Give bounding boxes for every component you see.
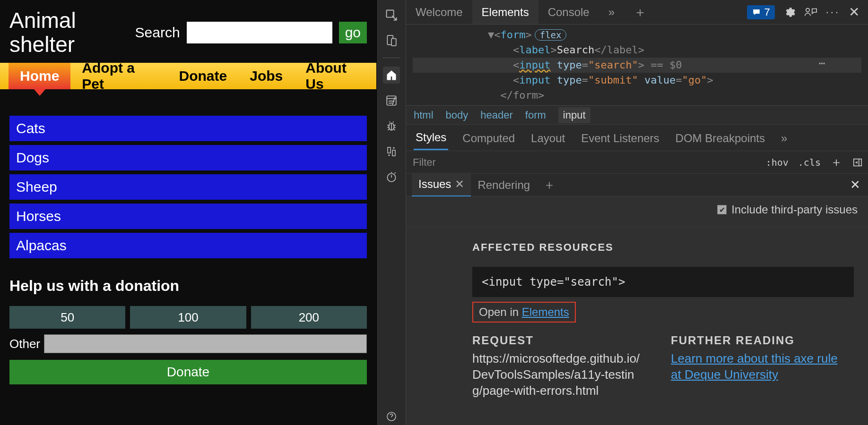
close-devtools-icon[interactable]: ✕ (849, 4, 859, 20)
donation-heading: Help us with a donation (9, 277, 367, 295)
list-item[interactable]: Horses (9, 204, 367, 229)
dom-breadcrumbs: html body header form input (406, 106, 868, 125)
device-toggle-icon[interactable] (383, 32, 400, 49)
elements-tool-icon[interactable] (383, 67, 400, 84)
devtools: Welcome Elements Console » ＋ 7 ··· ✕ (376, 0, 868, 425)
main-nav: Home Adopt a Pet Donate Jobs About Us (0, 63, 376, 89)
computed-panel-toggle-icon[interactable] (847, 157, 868, 168)
performance-icon[interactable] (383, 169, 400, 186)
tab-console[interactable]: Console (538, 0, 599, 24)
include-third-party-label: Include third-party issues (731, 203, 858, 216)
dom-tree[interactable]: ▼<form>flex <label>Search</label> … <inp… (406, 25, 868, 106)
list-item[interactable]: Sheep (9, 174, 367, 200)
styles-filter-row: :hov .cls ＋ (406, 151, 868, 174)
tab-layout[interactable]: Layout (529, 126, 567, 150)
crumb-header[interactable]: header (480, 109, 513, 121)
amount-200-button[interactable]: 200 (251, 306, 367, 329)
webpage-preview: Animal shelter Search go Home Adopt a Pe… (0, 0, 376, 425)
donation-section: Help us with a donation 50 100 200 Other… (0, 263, 376, 389)
affected-resources-heading: AFFECTED RESOURCES (472, 241, 854, 254)
drawer-tabs: Issues✕ Rendering ＋ ✕ (406, 174, 868, 196)
crumb-html[interactable]: html (414, 109, 434, 121)
tab-styles[interactable]: Styles (414, 125, 448, 150)
other-amount-label: Other (9, 337, 40, 351)
dom-line-form-close[interactable]: </form> (413, 88, 861, 103)
search-label: Search (135, 25, 180, 41)
help-icon[interactable] (383, 408, 400, 425)
drawer-tab-issues[interactable]: Issues✕ (412, 173, 471, 197)
nav-donate[interactable]: Donate (168, 63, 239, 89)
affected-resource-code: <input type="search"> (472, 267, 854, 297)
request-heading: REQUEST (472, 334, 642, 347)
crumb-input[interactable]: input (558, 107, 590, 123)
search-input[interactable] (187, 22, 332, 43)
settings-icon[interactable] (783, 6, 796, 18)
more-tabs-icon[interactable]: » (599, 0, 624, 24)
list-item[interactable]: Cats (9, 116, 367, 141)
svg-rect-6 (392, 150, 395, 156)
tab-welcome[interactable]: Welcome (406, 0, 472, 24)
tab-computed[interactable]: Computed (460, 126, 517, 150)
nav-jobs[interactable]: Jobs (238, 63, 294, 89)
include-third-party-checkbox[interactable]: ✔ (717, 205, 727, 214)
svg-rect-5 (388, 147, 391, 153)
dom-line-form-open[interactable]: ▼<form>flex (413, 27, 861, 42)
nav-about[interactable]: About Us (294, 63, 376, 89)
open-in-elements[interactable]: Open in Elements (472, 302, 576, 323)
crumb-form[interactable]: form (525, 109, 546, 121)
animal-list: Cats Dogs Sheep Horses Alpacas (0, 89, 376, 263)
nav-home[interactable]: Home (9, 63, 70, 89)
svg-point-9 (806, 8, 809, 11)
dom-line-input-search[interactable]: <input type="search"> == $0 (413, 58, 861, 73)
ellipsis-icon[interactable]: … (819, 55, 825, 67)
welcome-tool-icon[interactable] (383, 92, 400, 109)
more-options-icon[interactable]: ··· (826, 6, 840, 18)
further-reading-heading: FURTHER READING (671, 334, 841, 347)
crumb-body[interactable]: body (446, 109, 469, 121)
donate-button[interactable]: Donate (9, 360, 367, 384)
tab-event-listeners[interactable]: Event Listeners (579, 126, 661, 150)
devtools-tabs: Welcome Elements Console » ＋ 7 ··· ✕ (406, 0, 868, 25)
issues-counter[interactable]: 7 (747, 5, 774, 19)
request-url: https://microsoftedge.github.io/DevTools… (472, 351, 642, 399)
close-icon[interactable]: ✕ (455, 178, 464, 191)
go-button[interactable]: go (339, 22, 367, 43)
issues-drawer: ✔ Include third-party issues AFFECTED RE… (406, 196, 868, 425)
dom-line-label[interactable]: <label>Search</label> (413, 42, 861, 58)
amount-50-button[interactable]: 50 (9, 306, 125, 329)
add-tab-icon[interactable]: ＋ (624, 0, 656, 24)
drawer-tab-rendering[interactable]: Rendering (471, 174, 537, 196)
inspect-icon[interactable] (383, 7, 400, 24)
further-reading-link[interactable]: Learn more about this axe rule at Deque … (671, 351, 838, 382)
network-conditions-icon[interactable] (383, 143, 400, 160)
list-item[interactable]: Dogs (9, 145, 367, 170)
hov-toggle[interactable]: :hov (761, 157, 793, 168)
open-in-elements-link[interactable]: Elements (522, 306, 569, 318)
styles-filter-input[interactable] (406, 156, 761, 169)
add-drawer-tab-icon[interactable]: ＋ (537, 172, 562, 198)
bug-icon[interactable] (383, 118, 400, 135)
tab-dom-breakpoints[interactable]: DOM Breakpoints (674, 126, 767, 150)
more-styles-tabs-icon[interactable]: » (779, 126, 789, 150)
list-item[interactable]: Alpacas (9, 233, 367, 258)
amount-100-button[interactable]: 100 (130, 306, 246, 329)
close-drawer-icon[interactable]: ✕ (850, 178, 868, 192)
svg-rect-2 (391, 39, 396, 46)
activity-bar (377, 0, 406, 425)
nav-adopt[interactable]: Adopt a Pet (70, 63, 167, 89)
feedback-icon[interactable] (804, 7, 817, 18)
styles-tabs: Styles Computed Layout Event Listeners D… (406, 125, 868, 151)
new-style-rule-icon[interactable]: ＋ (825, 154, 847, 170)
dom-line-input-submit[interactable]: <input type="submit" value="go"> (413, 73, 861, 88)
svg-rect-10 (854, 159, 862, 166)
tab-elements[interactable]: Elements (472, 0, 538, 24)
site-title: Animal shelter (9, 8, 76, 56)
other-amount-input[interactable] (44, 334, 367, 353)
cls-toggle[interactable]: .cls (793, 157, 825, 168)
